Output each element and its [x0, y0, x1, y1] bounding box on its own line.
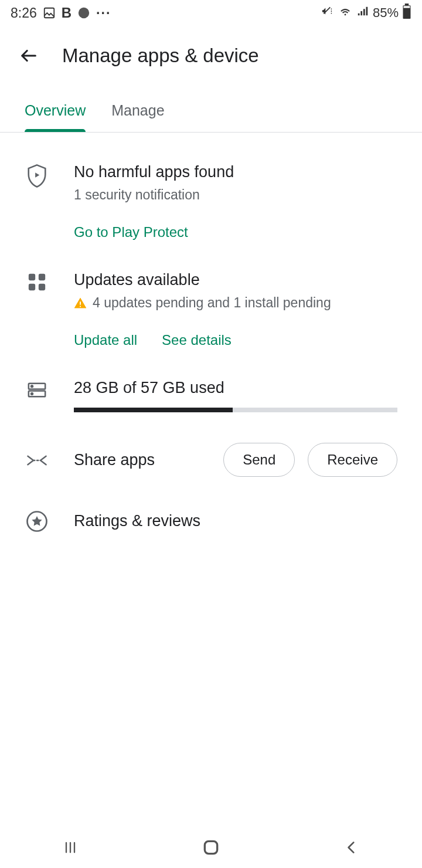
- battery-icon: [402, 4, 411, 22]
- svg-rect-10: [80, 306, 81, 307]
- storage-label: 28 GB of 57 GB used: [74, 379, 397, 397]
- svg-rect-5: [29, 274, 35, 280]
- star-circle-icon: [25, 511, 49, 532]
- ratings-reviews-section[interactable]: Ratings & reviews: [25, 477, 397, 532]
- go-to-play-protect-button[interactable]: Go to Play Protect: [74, 224, 188, 240]
- bold-b-icon: B: [62, 5, 72, 21]
- play-protect-section[interactable]: No harmful apps found 1 security notific…: [25, 133, 397, 240]
- svg-rect-16: [205, 841, 217, 853]
- svg-rect-7: [29, 284, 35, 290]
- svg-point-1: [79, 8, 89, 18]
- send-button[interactable]: Send: [223, 443, 295, 477]
- protect-title: No harmful apps found: [74, 163, 397, 181]
- ratings-title: Ratings & reviews: [74, 512, 200, 530]
- tab-manage[interactable]: Manage: [111, 102, 164, 132]
- svg-rect-6: [39, 274, 45, 280]
- svg-rect-3: [405, 4, 409, 5]
- app-circle-icon: [77, 6, 90, 19]
- tabs: Overview Manage: [0, 102, 422, 133]
- nav-back-button[interactable]: [338, 833, 366, 862]
- system-nav-bar: [0, 827, 422, 868]
- svg-rect-4: [404, 6, 410, 8]
- battery-pct: 85%: [373, 5, 399, 21]
- wifi-icon: [338, 5, 353, 21]
- shield-play-icon: [25, 164, 49, 240]
- tab-overview[interactable]: Overview: [25, 102, 86, 132]
- updates-subtitle: 4 updates pending and 1 install pending: [74, 295, 397, 311]
- receive-button[interactable]: Receive: [308, 443, 397, 477]
- svg-point-14: [31, 393, 33, 395]
- updates-subtitle-text: 4 updates pending and 1 install pending: [93, 295, 331, 311]
- share-apps-section: Share apps Send Receive: [25, 412, 397, 477]
- app-bar: Manage apps & device: [0, 26, 422, 86]
- storage-icon: [25, 380, 49, 412]
- warning-icon: [74, 297, 87, 310]
- updates-title: Updates available: [74, 271, 397, 289]
- storage-progress-fill: [74, 408, 233, 412]
- svg-point-13: [31, 385, 33, 387]
- page-title: Manage apps & device: [62, 45, 259, 67]
- mute-vibrate-icon: [321, 5, 334, 21]
- updates-section[interactable]: Updates available 4 updates pending and …: [25, 240, 397, 348]
- share-title: Share apps: [74, 451, 210, 469]
- apps-grid-icon: [25, 272, 49, 348]
- status-time: 8:26: [11, 5, 37, 21]
- signal-icon: [356, 5, 369, 21]
- gallery-icon: [43, 6, 56, 19]
- protect-subtitle: 1 security notification: [74, 187, 397, 203]
- share-icon: [25, 452, 49, 469]
- svg-rect-8: [39, 284, 45, 290]
- status-right: 85%: [321, 4, 411, 22]
- svg-rect-9: [80, 301, 81, 305]
- storage-progress: [74, 408, 397, 412]
- storage-section[interactable]: 28 GB of 57 GB used: [25, 348, 397, 412]
- back-button[interactable]: [16, 43, 41, 68]
- status-left: 8:26 B ···: [11, 5, 111, 21]
- nav-recents-button[interactable]: [56, 833, 84, 862]
- update-all-button[interactable]: Update all: [74, 332, 137, 348]
- see-details-button[interactable]: See details: [162, 332, 232, 348]
- nav-home-button[interactable]: [197, 833, 225, 862]
- more-notifications-icon: ···: [96, 5, 111, 21]
- svg-rect-0: [45, 8, 55, 18]
- status-bar: 8:26 B ··· 85%: [0, 0, 422, 26]
